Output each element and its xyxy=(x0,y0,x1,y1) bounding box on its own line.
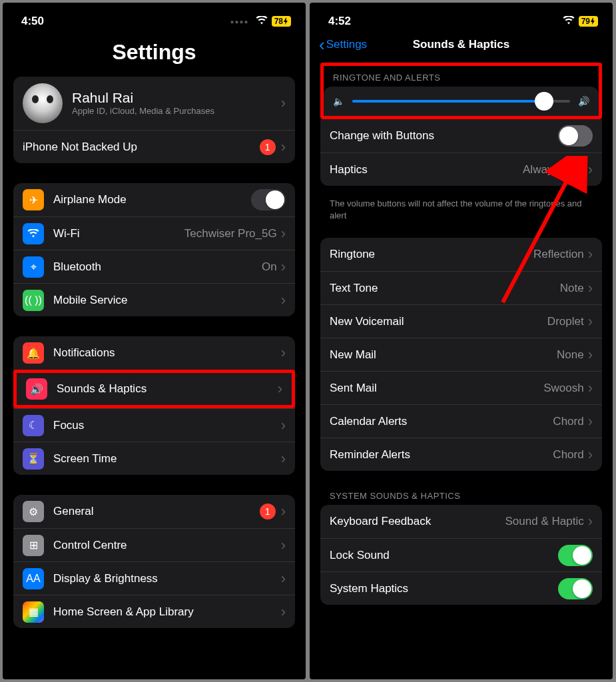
lock-sound-toggle[interactable] xyxy=(558,545,593,566)
mobile-row[interactable]: (( )) Mobile Service › xyxy=(13,283,295,316)
reminder-row[interactable]: Reminder Alerts Chord › xyxy=(320,438,602,471)
status-bar: 4:52 79 xyxy=(310,3,613,33)
airplane-icon: ✈ xyxy=(23,189,44,210)
airplane-row[interactable]: ✈ Airplane Mode xyxy=(13,183,295,216)
screentime-label: Screen Time xyxy=(53,452,281,466)
focus-row[interactable]: ☾ Focus › xyxy=(13,408,295,442)
haptics-row[interactable]: Haptics Always Play › xyxy=(320,153,602,186)
volume-slider[interactable] xyxy=(352,100,570,103)
chevron-left-icon: ‹ xyxy=(319,35,325,55)
chevron-icon: › xyxy=(281,603,286,621)
backup-row[interactable]: iPhone Not Backed Up 1 › xyxy=(13,130,295,163)
sent-mail-label: Sent Mail xyxy=(330,382,543,395)
back-label: Settings xyxy=(326,38,367,51)
voicemail-row[interactable]: New Voicemail Droplet › xyxy=(320,304,602,338)
calendar-value: Chord xyxy=(553,415,583,428)
haptics-label: Haptics xyxy=(330,163,523,176)
wifi-row[interactable]: Wi-Fi Techwiser Pro_5G › xyxy=(13,216,295,250)
chevron-icon: › xyxy=(281,503,286,520)
voicemail-label: New Voicemail xyxy=(330,315,547,328)
focus-label: Focus xyxy=(53,419,281,432)
system-group: ⚙ General 1 › ⊞ Control Centre › AA Disp… xyxy=(13,495,295,628)
backup-badge: 1 xyxy=(260,139,276,155)
general-badge: 1 xyxy=(260,504,276,519)
new-mail-row[interactable]: New Mail None › xyxy=(320,338,602,371)
keyboard-label: Keyboard Feedback xyxy=(330,515,505,528)
preferences-group: 🔔 Notifications › 🔊 Sounds & Haptics › ☾… xyxy=(13,336,295,475)
status-time: 4:52 xyxy=(328,15,351,28)
system-haptics-toggle[interactable] xyxy=(558,578,593,599)
status-bar: 4:50 ●●●● 78 xyxy=(3,3,306,33)
lock-sound-row[interactable]: Lock Sound xyxy=(320,538,602,571)
system-sounds-group: Keyboard Feedback Sound & Haptic › Lock … xyxy=(320,505,602,605)
page-title: Settings xyxy=(3,33,306,77)
chevron-icon: › xyxy=(281,570,286,587)
speaker-low-icon: 🔈 xyxy=(333,96,344,107)
chevron-icon: › xyxy=(281,417,286,434)
nav-header: ‹ Settings Sounds & Haptics xyxy=(310,33,613,63)
text-tone-value: Note xyxy=(560,282,584,295)
voicemail-value: Droplet xyxy=(547,315,584,328)
general-row[interactable]: ⚙ General 1 › xyxy=(13,495,295,528)
battery-badge: 79 xyxy=(579,16,598,27)
display-label: Display & Brightness xyxy=(53,572,281,585)
gear-icon: ⚙ xyxy=(23,501,44,522)
keyboard-feedback-row[interactable]: Keyboard Feedback Sound & Haptic › xyxy=(320,505,602,538)
system-haptics-label: System Haptics xyxy=(330,582,558,595)
sounds-haptics-screen: 4:52 79 ‹ Settings Sounds & Haptics RING… xyxy=(310,3,613,679)
brightness-icon: AA xyxy=(23,568,44,589)
chevron-icon: › xyxy=(588,161,593,178)
profile-name: Rahul Rai xyxy=(72,90,281,106)
chevron-icon: › xyxy=(281,292,286,309)
bluetooth-row[interactable]: ⌖ Bluetooth On › xyxy=(13,250,295,283)
system-sounds-header: SYSTEM SOUNDS & HAPTICS xyxy=(320,491,602,505)
reminder-value: Chord xyxy=(553,448,583,462)
sounds-haptics-row[interactable]: 🔊 Sounds & Haptics › xyxy=(13,370,295,408)
volume-slider-row: 🔈 🔊 xyxy=(324,87,599,116)
status-time: 4:50 xyxy=(21,15,44,28)
chevron-icon: › xyxy=(588,413,593,430)
system-haptics-row[interactable]: System Haptics xyxy=(320,571,602,605)
battery-badge: 78 xyxy=(272,16,291,27)
screentime-row[interactable]: ⏳ Screen Time › xyxy=(13,442,295,475)
wifi-icon xyxy=(563,15,575,28)
ringtone-row[interactable]: Ringtone Reflection › xyxy=(320,238,602,271)
airplane-label: Airplane Mode xyxy=(53,193,251,206)
new-mail-value: None xyxy=(557,348,584,362)
sent-mail-value: Swoosh xyxy=(543,382,583,395)
chevron-icon: › xyxy=(281,344,286,362)
change-buttons-toggle[interactable] xyxy=(558,125,593,147)
chevron-icon: › xyxy=(588,246,593,263)
chevron-icon: › xyxy=(588,280,593,297)
profile-sub: Apple ID, iCloud, Media & Purchases xyxy=(72,106,281,117)
chevron-icon: › xyxy=(281,450,286,468)
chevron-icon: › xyxy=(588,446,593,464)
homescreen-row[interactable]: ▦ Home Screen & App Library › xyxy=(13,595,295,628)
back-button[interactable]: ‹ Settings xyxy=(319,35,367,55)
calendar-row[interactable]: Calendar Alerts Chord › xyxy=(320,404,602,438)
chevron-icon: › xyxy=(281,139,286,156)
grid-icon: ▦ xyxy=(23,601,44,623)
avatar xyxy=(23,83,63,123)
sent-mail-row[interactable]: Sent Mail Swoosh › xyxy=(320,371,602,404)
switches-icon: ⊞ xyxy=(23,535,44,556)
chevron-icon: › xyxy=(281,258,286,276)
home-label: Home Screen & App Library xyxy=(53,605,281,619)
apple-id-row[interactable]: Rahul Rai Apple ID, iCloud, Media & Purc… xyxy=(13,77,295,130)
chevron-icon: › xyxy=(588,513,593,530)
lock-sound-label: Lock Sound xyxy=(330,549,558,562)
text-tone-row[interactable]: Text Tone Note › xyxy=(320,271,602,304)
display-row[interactable]: AA Display & Brightness › xyxy=(13,561,295,595)
speaker-icon: 🔊 xyxy=(26,378,47,400)
settings-screen: 4:50 ●●●● 78 Settings Rahul Rai Apple ID… xyxy=(3,3,306,679)
airplane-toggle[interactable] xyxy=(251,189,286,210)
new-mail-label: New Mail xyxy=(330,348,557,362)
wifi-value: Techwiser Pro_5G xyxy=(184,227,277,240)
control-centre-row[interactable]: ⊞ Control Centre › xyxy=(13,528,295,561)
status-indicators: ●●●● 78 xyxy=(230,15,291,28)
bluetooth-value: On xyxy=(262,260,277,274)
chevron-icon: › xyxy=(281,95,286,112)
sounds-label: Sounds & Haptics xyxy=(57,382,278,396)
change-buttons-row[interactable]: Change with Buttons xyxy=(320,119,602,153)
notifications-row[interactable]: 🔔 Notifications › xyxy=(13,336,295,370)
